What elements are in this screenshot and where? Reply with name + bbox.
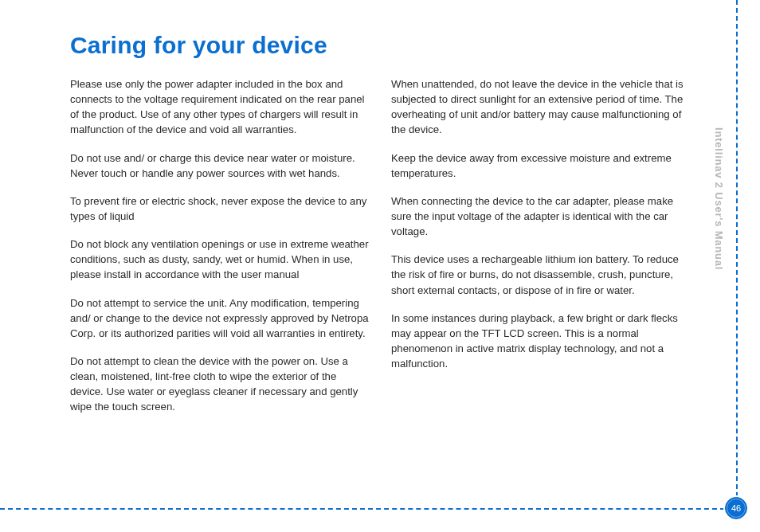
paragraph: In some instances during playback, a few… — [391, 311, 690, 372]
decorative-dashed-horizontal — [0, 508, 725, 510]
paragraph: When connecting the device to the car ad… — [391, 194, 690, 239]
manual-side-label: Intellinav 2 User's Manual — [713, 127, 725, 270]
page-title: Caring for your device — [70, 32, 690, 59]
paragraph: Do not attempt to clean the device with … — [70, 354, 369, 415]
page-number-badge: 46 — [725, 497, 747, 519]
paragraph: To prevent fire or electric shock, never… — [70, 194, 369, 224]
paragraph: Do not attempt to service the unit. Any … — [70, 295, 369, 341]
paragraph: Keep the device away from excessive mois… — [391, 151, 690, 181]
paragraph: This device uses a rechargeable lithium … — [391, 252, 690, 297]
paragraph: When unattended, do not leave the device… — [391, 76, 690, 138]
content-columns: Please use only the power adapter includ… — [70, 76, 690, 428]
right-column: When unattended, do not leave the device… — [391, 76, 690, 428]
manual-page: Caring for your device Please use only t… — [0, 0, 760, 532]
decorative-dashed-vertical — [736, 0, 738, 497]
paragraph: Do not use and/ or charge this device ne… — [70, 151, 369, 181]
paragraph: Do not block any ventilation openings or… — [70, 237, 369, 282]
left-column: Please use only the power adapter includ… — [70, 76, 369, 428]
paragraph: Please use only the power adapter includ… — [70, 76, 369, 138]
